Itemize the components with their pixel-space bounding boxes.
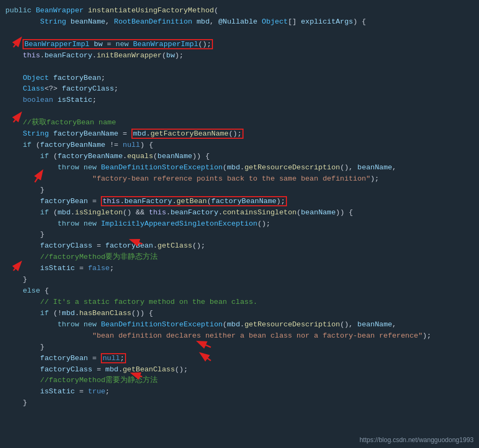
line-7: Object factoryBean; (5, 73, 474, 84)
line-17: } (5, 185, 474, 196)
line-35: isStatic = true; (5, 386, 474, 398)
line-8: Class<?> factoryClass; (5, 84, 474, 95)
line-28: if (!mbd.hasBeanClass()) { (5, 308, 474, 319)
line-4: BeanWrapperImpl bw = new BeanWrapperImpl… (5, 39, 474, 50)
line-12: String factoryBeanName = mbd.getFactoryB… (5, 129, 474, 140)
line-22: factoryClass = factoryBean.getClass(); (5, 241, 474, 252)
line-2: String beanName, RootBeanDefinition mbd,… (5, 17, 474, 28)
line-1: public BeanWrapper instantiateUsingFacto… (5, 5, 474, 17)
line-16: "factory-bean reference points back to t… (5, 174, 474, 185)
line-10 (5, 106, 474, 117)
line-25: } (5, 274, 474, 286)
line-31: } (5, 342, 474, 353)
line-32: factoryBean = null; (5, 353, 474, 364)
watermark-text: https://blog.csdn.net/wangguodong1993 (359, 436, 474, 444)
line-26: else { (5, 286, 474, 297)
line-15: throw new BeanDefinitionStoreException(m… (5, 162, 474, 174)
line-18: factoryBean = this.beanFactory.getBean(f… (5, 196, 474, 207)
line-34: //factoryMethod需要为静态方法 (5, 375, 474, 386)
line-23: //factoryMethod要为非静态方法 (5, 252, 474, 263)
line-27: // It's a static factory method on the b… (5, 297, 474, 308)
line-33: factoryClass = mbd.getBeanClass(); (5, 364, 474, 376)
line-5: this.beanFactory.initBeanWrapper(bw); (5, 50, 474, 62)
line-9: boolean isStatic; (5, 95, 474, 106)
line-13: if (factoryBeanName != null) { (5, 140, 474, 151)
line-19: if (mbd.isSingleton() && this.beanFactor… (5, 207, 474, 219)
line-6 (5, 62, 474, 73)
line-30: "bean definition declares neither a bean… (5, 331, 474, 342)
line-20: throw new ImplicitlyAppearedSingletonExc… (5, 219, 474, 230)
line-14: if (factoryBeanName.equals(beanName)) { (5, 151, 474, 162)
line-3 (5, 28, 474, 39)
line-29: throw new BeanDefinitionStoreException(m… (5, 319, 474, 331)
line-21: } (5, 229, 474, 241)
line-24: isStatic = false; (5, 263, 474, 274)
code-block: public BeanWrapper instantiateUsingFacto… (0, 0, 479, 425)
line-36: } (5, 398, 474, 409)
line-11: //获取factoryBean name (5, 117, 474, 129)
